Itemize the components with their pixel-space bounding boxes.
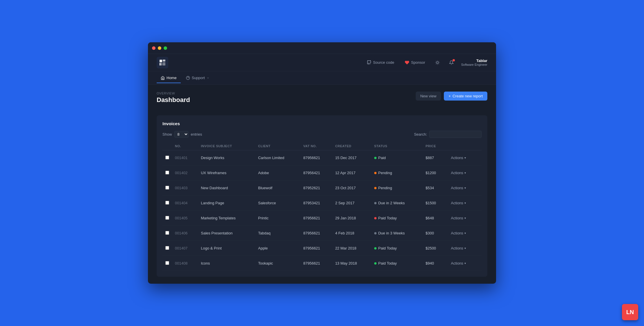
row-checkbox-1[interactable] [165, 171, 169, 174]
row-vat: 87956621 [300, 241, 332, 256]
row-created: 4 Feb 2018 [332, 226, 371, 241]
heart-icon [405, 60, 409, 65]
row-no: 001401 [172, 150, 198, 165]
navbar: Home Support [148, 71, 496, 85]
row-checkbox-5[interactable] [165, 231, 169, 235]
row-checkbox-3[interactable] [165, 201, 169, 205]
sponsor-button[interactable]: Sponsor [402, 59, 427, 66]
row-checkbox-0[interactable] [165, 156, 169, 159]
row-actions-cell: Actions ▾ [446, 211, 482, 226]
actions-button-0[interactable]: Actions ▾ [448, 154, 468, 161]
row-no: 001405 [172, 211, 198, 226]
show-label: Show [162, 132, 172, 136]
actions-label: Actions [451, 186, 463, 190]
row-actions-cell: Actions ▾ [446, 181, 482, 196]
notifications-button[interactable] [447, 59, 455, 67]
row-price: $2500 [423, 241, 446, 256]
source-code-label: Source code [373, 60, 394, 65]
row-created: 15 Dec 2017 [332, 150, 371, 165]
source-code-button[interactable]: Source code [364, 59, 397, 66]
entries-select[interactable]: 8 10 25 50 [174, 131, 189, 138]
actions-button-5[interactable]: Actions ▾ [448, 230, 468, 236]
actions-label: Actions [451, 261, 463, 265]
close-button[interactable] [152, 46, 155, 50]
chevron-down-icon [207, 77, 209, 79]
notification-dot [453, 59, 455, 61]
row-checkbox-4[interactable] [165, 216, 169, 220]
nav-home[interactable]: Home [157, 73, 181, 83]
sponsor-label: Sponsor [411, 60, 425, 65]
row-status: Paid Today [371, 211, 423, 226]
row-no: 001403 [172, 181, 198, 196]
row-checkbox-cell [162, 150, 172, 165]
status-text: Due in 3 Weeks [378, 231, 405, 235]
header-actions: New view + Create new report [416, 92, 487, 101]
actions-label: Actions [451, 156, 463, 160]
row-checkbox-cell [162, 256, 172, 271]
actions-button-3[interactable]: Actions ▾ [448, 200, 468, 206]
row-checkbox-cell [162, 241, 172, 256]
actions-label: Actions [451, 171, 463, 175]
col-vat: VAT NO. [300, 142, 332, 150]
search-input[interactable] [429, 131, 482, 138]
col-subject: INVOICE SUBJECT [198, 142, 255, 150]
row-checkbox-cell [162, 196, 172, 211]
user-role: Software Engineer [461, 63, 488, 66]
titlebar [148, 42, 496, 54]
col-created: CREATED [332, 142, 371, 150]
row-status: Due in 3 Weeks [371, 226, 423, 241]
table-row: 001407 Logo & Print Apple 87956621 22 Ma… [162, 241, 482, 256]
minimize-button[interactable] [158, 46, 161, 50]
svg-rect-0 [160, 60, 162, 62]
actions-button-6[interactable]: Actions ▾ [448, 245, 468, 252]
row-client: Salesforce [255, 196, 301, 211]
table-row: 001405 Marketing Templates Printic 87956… [162, 211, 482, 226]
row-actions-cell: Actions ▾ [446, 196, 482, 211]
row-subject: Icons [198, 256, 255, 271]
maximize-button[interactable] [164, 46, 167, 50]
actions-chevron: ▾ [464, 247, 466, 250]
row-status: Paid Today [371, 256, 423, 271]
row-checkbox-2[interactable] [165, 186, 169, 190]
row-client: Carlson Limited [255, 150, 301, 165]
actions-button-1[interactable]: Actions ▾ [448, 170, 468, 176]
home-icon [161, 76, 165, 80]
show-entries: Show 8 10 25 50 entries [162, 131, 202, 138]
row-checkbox-7[interactable] [165, 261, 169, 265]
svg-rect-3 [160, 63, 161, 65]
row-subject: Logo & Print [198, 241, 255, 256]
table-row: 001406 Sales Presentation Tabdaq 8795662… [162, 226, 482, 241]
status-dot [374, 217, 377, 219]
table-row: 001408 Icons Tookapic 87956621 13 May 20… [162, 256, 482, 271]
user-name: Tablar [461, 59, 488, 63]
row-created: 23 Oct 2017 [332, 181, 371, 196]
row-actions-cell: Actions ▾ [446, 241, 482, 256]
theme-toggle[interactable] [433, 59, 442, 67]
row-client: Tabdaq [255, 226, 301, 241]
status-text: Paid [378, 156, 386, 160]
table-controls: Show 8 10 25 50 entries Search: [162, 131, 482, 138]
row-price: $1200 [423, 165, 446, 181]
svg-rect-2 [163, 61, 165, 62]
row-created: 12 Apr 2017 [332, 165, 371, 181]
svg-point-6 [436, 61, 438, 63]
status-dot [374, 232, 377, 234]
actions-button-2[interactable]: Actions ▾ [448, 185, 468, 191]
actions-label: Actions [451, 216, 463, 220]
nav-support[interactable]: Support [182, 73, 214, 83]
col-actions [446, 142, 482, 150]
actions-button-4[interactable]: Actions ▾ [448, 215, 468, 221]
svg-line-9 [436, 61, 436, 61]
row-vat: 87956621 [300, 211, 332, 226]
actions-button-7[interactable]: Actions ▾ [448, 260, 468, 267]
row-subject: Design Works [198, 150, 255, 165]
status-dot [374, 262, 377, 265]
create-report-button[interactable]: + Create new report [444, 92, 487, 101]
new-view-button[interactable]: New view [416, 92, 441, 101]
status-dot [374, 172, 377, 174]
col-client: CLIENT [255, 142, 301, 150]
row-checkbox-6[interactable] [165, 246, 169, 250]
topbar-right: Source code Sponsor [364, 59, 487, 67]
row-vat: 87956421 [300, 165, 332, 181]
actions-label: Actions [451, 246, 463, 250]
